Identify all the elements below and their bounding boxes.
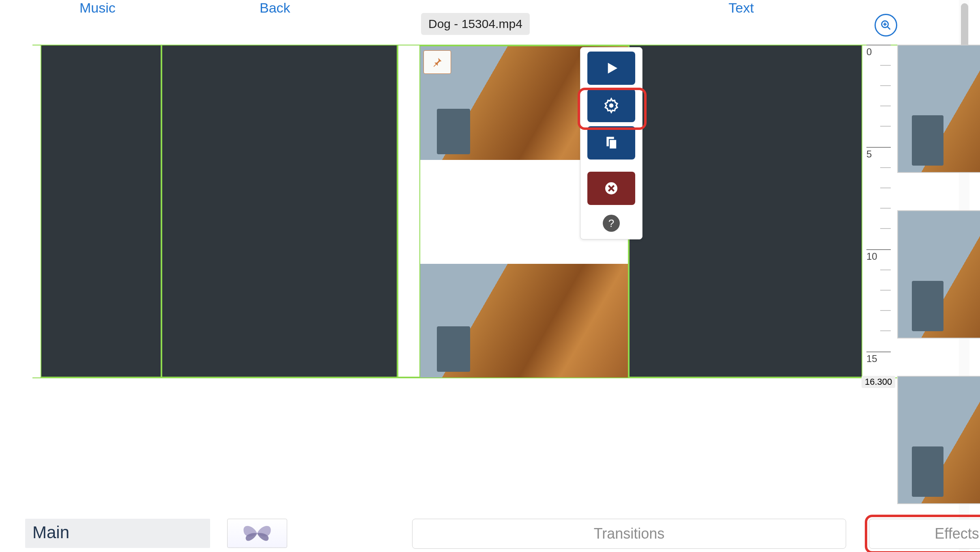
svg-rect-6: [609, 140, 617, 149]
play-button[interactable]: [587, 52, 635, 85]
svg-point-4: [609, 104, 614, 108]
pin-button[interactable]: [423, 50, 451, 74]
zoom-in-icon: [880, 19, 892, 31]
time-ruler: 0 5 10 15 16.300: [866, 45, 895, 382]
question-icon: ?: [608, 217, 614, 230]
svg-line-1: [888, 27, 890, 30]
tab-text[interactable]: Text: [729, 0, 754, 16]
effects-button-main[interactable]: Effects: [869, 519, 980, 549]
transitions-button[interactable]: Transitions: [412, 519, 846, 549]
tab-back[interactable]: Back: [260, 0, 290, 16]
help-button[interactable]: ?: [603, 215, 620, 232]
preview-thumb-3[interactable]: [897, 376, 980, 504]
play-icon: [603, 60, 619, 76]
timeline-slot-4[interactable]: [629, 45, 862, 377]
clip-thumbnail-bottom: [420, 264, 628, 377]
timeline-slot-1[interactable]: [41, 45, 161, 377]
zoom-in-button[interactable]: [875, 14, 897, 37]
timeline[interactable]: [41, 45, 822, 377]
layer-main[interactable]: Main: [25, 519, 210, 548]
pin-icon: [432, 56, 443, 68]
ruler-end-time: 16.300: [862, 376, 895, 388]
delete-button[interactable]: [587, 172, 635, 205]
filename-chip: Dog - 15304.mp4: [421, 13, 530, 35]
preview-thumb-1[interactable]: [897, 45, 980, 173]
butterfly-preset-button[interactable]: [227, 519, 287, 548]
gear-icon: [603, 97, 619, 114]
preview-thumb-2[interactable]: [897, 210, 980, 339]
clip-action-panel: ?: [580, 47, 643, 239]
copy-icon: [603, 135, 619, 151]
settings-button[interactable]: [587, 89, 635, 122]
close-circle-icon: [603, 180, 619, 196]
timeline-slot-2[interactable]: [161, 45, 398, 377]
copy-button[interactable]: [587, 126, 635, 160]
butterfly-icon: [239, 522, 275, 545]
tab-music[interactable]: Music: [80, 0, 116, 16]
